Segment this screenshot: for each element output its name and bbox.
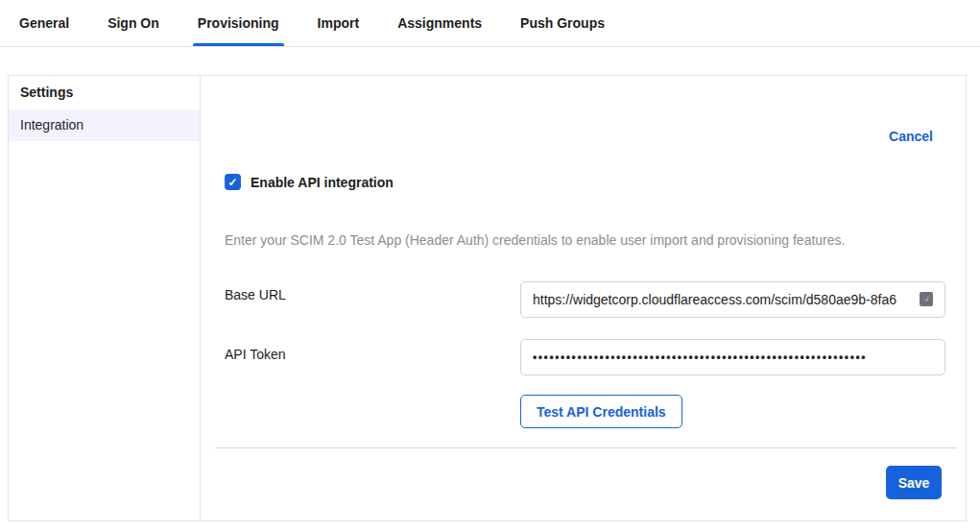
base-url-input[interactable]: [520, 281, 945, 318]
test-api-credentials-button[interactable]: Test API Credentials: [520, 395, 682, 428]
api-token-label: API Token: [225, 347, 286, 362]
tab-import[interactable]: Import: [316, 0, 362, 46]
app-tab-bar: General Sign On Provisioning Import Assi…: [0, 0, 980, 47]
api-token-input-wrap: [520, 339, 945, 375]
cancel-link[interactable]: Cancel: [889, 129, 933, 144]
save-button[interactable]: Save: [886, 466, 942, 499]
sidebar-header: Settings: [9, 76, 200, 109]
text-overflow-indicator-icon: -/: [920, 292, 933, 306]
base-url-input-wrap: -/: [520, 281, 945, 318]
checkmark-icon: ✓: [227, 177, 237, 188]
enable-api-integration-row: ✓ Enable API integration: [225, 174, 394, 190]
settings-sidebar: Settings Integration: [9, 76, 201, 520]
tab-provisioning[interactable]: Provisioning: [196, 0, 281, 46]
enable-api-integration-label: Enable API integration: [251, 175, 394, 190]
sidebar-item-integration[interactable]: Integration: [9, 109, 200, 141]
base-url-label: Base URL: [225, 287, 286, 302]
tab-assignments[interactable]: Assignments: [395, 0, 484, 46]
enable-api-integration-checkbox[interactable]: ✓: [225, 174, 241, 190]
integration-settings-panel: Cancel ✓ Enable API integration Enter yo…: [202, 76, 966, 520]
footer-divider: [215, 447, 957, 448]
tab-general[interactable]: General: [17, 0, 71, 46]
tab-sign-on[interactable]: Sign On: [106, 0, 161, 46]
provisioning-settings-card: Settings Integration Cancel ✓ Enable API…: [8, 75, 967, 521]
api-token-input[interactable]: [520, 339, 945, 375]
credentials-description-text: Enter your SCIM 2.0 Test App (Header Aut…: [225, 232, 943, 248]
tab-push-groups[interactable]: Push Groups: [518, 0, 607, 46]
